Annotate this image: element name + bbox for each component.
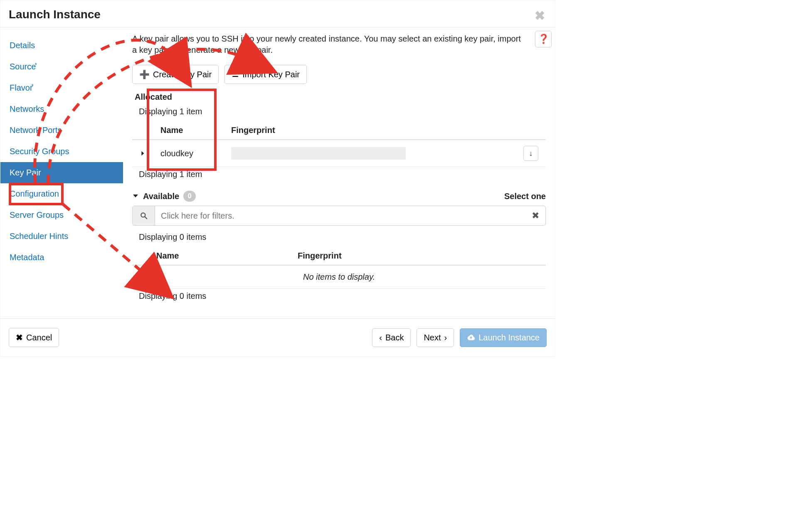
available-label: Available <box>143 192 179 201</box>
upload-icon <box>232 70 239 79</box>
sidebar-item-configuration[interactable]: Configuration <box>0 183 123 204</box>
allocated-label: Allocated <box>135 92 546 102</box>
button-label: Back <box>385 333 404 342</box>
svg-line-1 <box>145 217 147 219</box>
required-indicator-icon: * <box>35 62 37 68</box>
chevron-down-icon[interactable] <box>132 192 139 201</box>
sidebar-item-label: Scheduler Hints <box>10 232 68 241</box>
available-count-badge: 0 <box>183 191 196 202</box>
main-panel: ❓ A key pair allows you to SSH into your… <box>123 27 555 318</box>
available-table: Name Fingerprint <box>132 247 546 266</box>
select-one-label: Select one <box>504 192 546 201</box>
available-empty: No items to display. <box>132 266 546 289</box>
sidebar-item-networks[interactable]: Networks <box>0 99 123 120</box>
available-count-top: Displaying 0 items <box>139 232 546 242</box>
sidebar-item-server-groups[interactable]: Server Groups <box>0 204 123 226</box>
close-icon: ✖ <box>16 332 23 342</box>
cancel-button[interactable]: ✖ Cancel <box>9 328 59 347</box>
column-fingerprint: Fingerprint <box>224 121 516 140</box>
allocated-count-top: Displaying 1 item <box>139 107 546 116</box>
back-button[interactable]: ‹ Back <box>372 328 411 347</box>
wizard-sidebar: Details Source* Flavor* Networks Network… <box>0 27 123 318</box>
sidebar-item-label: Security Groups <box>10 147 69 156</box>
available-section: Available 0 Select one ✖ Displaying 0 it… <box>132 191 546 301</box>
filter-input[interactable] <box>155 206 525 225</box>
sidebar-item-label: Server Groups <box>10 210 64 219</box>
chevron-right-icon[interactable] <box>140 149 145 158</box>
button-label: Import Key Pair <box>242 70 300 79</box>
filter-bar: ✖ <box>132 206 546 226</box>
key-pair-actions: ➕ Create Key Pair Import Key Pair <box>132 65 546 84</box>
clear-filter-button[interactable]: ✖ <box>525 206 545 225</box>
row-name: cloudkey <box>153 140 224 167</box>
button-label: Next <box>424 333 441 342</box>
intro-text: A key pair allows you to SSH into your n… <box>132 33 525 56</box>
available-count-bottom: Displaying 0 items <box>139 291 546 301</box>
modal-title: Launch Instance <box>9 8 547 21</box>
create-key-pair-button[interactable]: ➕ Create Key Pair <box>132 65 219 84</box>
search-icon <box>133 206 155 225</box>
help-icon: ❓ <box>538 34 549 44</box>
sidebar-item-key-pair[interactable]: Key Pair <box>0 162 123 183</box>
sidebar-item-label: Configuration <box>10 189 59 198</box>
row-fingerprint <box>231 147 406 160</box>
sidebar-item-label: Source <box>10 62 36 71</box>
close-icon[interactable]: ✖ <box>535 10 545 22</box>
button-label: Launch Instance <box>478 333 540 342</box>
sidebar-item-label: Metadata <box>10 253 44 262</box>
svg-point-0 <box>141 213 145 217</box>
allocated-table: Name Fingerprint cloudkey ↓ <box>132 121 546 167</box>
sidebar-item-label: Details <box>10 41 35 50</box>
button-label: Cancel <box>26 333 52 342</box>
close-icon: ✖ <box>532 210 539 221</box>
sidebar-item-flavor[interactable]: Flavor* <box>0 77 123 99</box>
sidebar-item-source[interactable]: Source* <box>0 56 123 77</box>
allocated-section: Allocated Displaying 1 item Name Fingerp… <box>132 92 546 179</box>
import-key-pair-button[interactable]: Import Key Pair <box>224 65 307 84</box>
sidebar-item-label: Network Ports <box>10 126 62 135</box>
sidebar-item-network-ports[interactable]: Network Ports <box>0 120 123 141</box>
modal-body: Details Source* Flavor* Networks Network… <box>0 27 555 318</box>
column-name: Name <box>149 247 290 265</box>
sidebar-item-scheduler-hints[interactable]: Scheduler Hints <box>0 226 123 247</box>
allocated-row[interactable]: cloudkey ↓ <box>132 140 546 167</box>
allocated-count-bottom: Displaying 1 item <box>139 170 546 179</box>
plus-icon: ➕ <box>139 69 150 79</box>
launch-instance-button[interactable]: Launch Instance <box>460 328 547 347</box>
column-fingerprint: Fingerprint <box>290 247 521 265</box>
chevron-right-icon: › <box>444 333 447 342</box>
move-down-button[interactable]: ↓ <box>523 146 538 161</box>
launch-instance-modal: Launch Instance ✖ Details Source* Flavor… <box>0 0 555 357</box>
sidebar-item-metadata[interactable]: Metadata <box>0 247 123 268</box>
modal-header: Launch Instance ✖ <box>0 0 555 27</box>
next-button[interactable]: Next › <box>417 328 454 347</box>
sidebar-item-label: Flavor <box>10 83 33 92</box>
button-label: Create Key Pair <box>153 70 212 79</box>
required-indicator-icon: * <box>32 83 34 89</box>
arrow-down-icon: ↓ <box>529 149 533 158</box>
sidebar-item-details[interactable]: Details <box>0 35 123 56</box>
sidebar-item-label: Networks <box>10 104 44 113</box>
column-name: Name <box>153 121 224 140</box>
chevron-left-icon: ‹ <box>379 333 382 342</box>
sidebar-item-security-groups[interactable]: Security Groups <box>0 141 123 162</box>
sidebar-item-label: Key Pair <box>10 168 41 177</box>
help-button[interactable]: ❓ <box>535 31 552 47</box>
cloud-upload-icon <box>467 333 475 342</box>
modal-footer: ✖ Cancel ‹ Back Next › Launch Instance <box>0 318 555 356</box>
